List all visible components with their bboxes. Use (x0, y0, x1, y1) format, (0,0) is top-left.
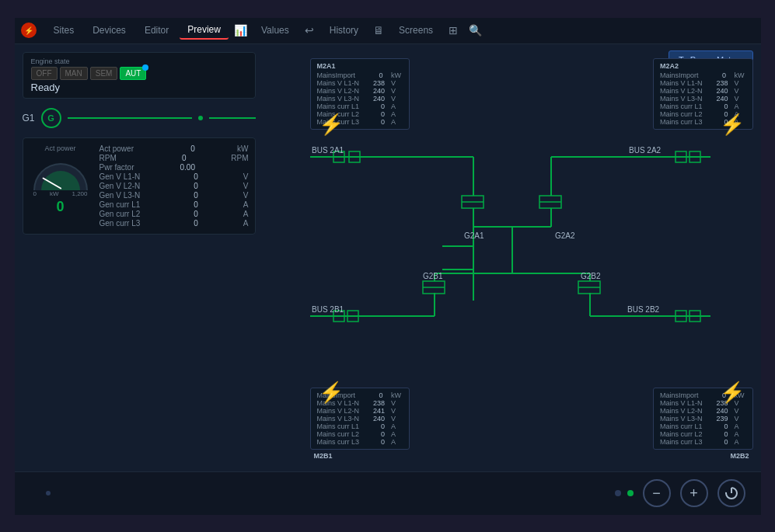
svg-text:G2B2: G2B2 (581, 272, 601, 280)
gen-val-cl2: 0 (167, 210, 198, 218)
meter-m2b2-row5: Mains curr L1 0 A (660, 422, 746, 430)
display-icon[interactable]: ⊞ (444, 21, 463, 40)
meter-m2b2-row4: Mains V L3-N 239 V (660, 415, 746, 422)
meter-m2a2-row4: Mains V L3-N 240 V (660, 95, 746, 103)
svg-text:G2A1: G2A1 (464, 231, 484, 240)
nav-preview[interactable]: Preview (180, 21, 229, 40)
meter-m2b2: MainsImport 0 kW Mains V L1-N 238 V Main… (653, 388, 753, 450)
meter-m2b1-row3: Mains V L2-N 241 V (317, 407, 403, 415)
gen-unit-rpm: RPM (225, 154, 248, 162)
meter-m2b1: MainsImport 0 kW Mains V L1-N 238 V Main… (310, 388, 410, 450)
meter-m2a1-row3: Mains V L2-N 240 V (317, 87, 403, 95)
meter-m2a1-row1: MainsImport 0 kW (317, 71, 403, 79)
gen-label-vl2n: Gen V L2-N (99, 182, 141, 190)
svg-text:G2B1: G2B1 (423, 272, 443, 280)
meter-m2b2-title: M2B2 (730, 452, 749, 460)
meter-m2b2-row6: Mains curr L2 0 A (660, 430, 746, 438)
tower-m2a2-icon: ⚡ (720, 113, 745, 137)
g1-line2 (209, 117, 256, 119)
plus-button[interactable]: + (680, 479, 708, 507)
g1-row: G1 G (23, 105, 256, 131)
nav-editor[interactable]: Editor (137, 22, 176, 39)
power-button[interactable] (717, 479, 745, 507)
meter-m2a2-row1: MainsImport 0 kW (660, 71, 746, 79)
gen-unit-cl1: A (225, 200, 249, 209)
nav-values[interactable]: Values (253, 22, 297, 39)
meter-m2a2-row5: Mains curr L1 0 A (660, 103, 746, 110)
engine-state-box: Engine state OFF MAN SEM AUT Ready (23, 52, 256, 99)
gen-val-rpm: 0 (155, 154, 187, 162)
gen-label-act-power: Act power (99, 144, 134, 153)
gen-row-vl1n: Gen V L1-N 0 V (99, 172, 249, 181)
screens-icon[interactable]: 🖥 (369, 21, 388, 40)
gen-val-cl1: 0 (167, 200, 198, 209)
main-content: Engine state OFF MAN SEM AUT Ready G1 G (15, 44, 761, 471)
btn-off[interactable]: OFF (31, 67, 58, 80)
gen-row-cl2: Gen curr L2 0 A (99, 210, 249, 218)
gen-val-vl3n: 0 (167, 191, 198, 200)
meter-m2b1-row5: Mains curr L1 0 A (317, 422, 403, 430)
history-icon[interactable]: ↩ (300, 21, 319, 40)
gen-unit-act-power: kW (225, 144, 249, 153)
values-icon[interactable]: 📊 (232, 21, 250, 40)
gen-val-cl3: 0 (167, 219, 198, 228)
engine-ready: Ready (31, 82, 247, 93)
gen-label-pwr-factor: Pwr factor (99, 163, 134, 172)
meter-m2a2: M2A2 MainsImport 0 kW Mains V L1-N 238 V… (653, 58, 753, 130)
page-dot-1[interactable] (615, 490, 621, 496)
gauge-max: 1,200 (72, 190, 87, 197)
svg-text:G2A2: G2A2 (555, 231, 575, 240)
gen-unit-cl2: A (225, 210, 249, 218)
generator-panel: Act power 0 kW 1,200 0 Act pow (23, 137, 256, 235)
meter-m2b1-row6: Mains curr L2 0 A (317, 430, 403, 438)
page-dot-2[interactable] (627, 490, 634, 496)
gauge-labels: 0 kW 1,200 (33, 190, 88, 197)
gen-label-cl2: Gen curr L2 (99, 210, 141, 218)
btn-sem[interactable]: SEM (90, 67, 118, 80)
btn-aut[interactable]: AUT (120, 67, 146, 80)
zoom-icon[interactable]: 🔍 (466, 21, 484, 40)
act-power-label: Act power (44, 144, 75, 152)
gen-unit-vl3n: V (225, 191, 249, 200)
gen-val-vl1n: 0 (167, 172, 198, 181)
gen-label-cl1: Gen curr L1 (99, 200, 141, 209)
g1-label: G1 (23, 113, 35, 123)
gen-row-cl3: Gen curr L3 0 A (99, 219, 249, 228)
gen-val-vl2n: 0 (167, 182, 198, 190)
meter-m2a1-row2: Mains V L1-N 238 V (317, 79, 403, 87)
gen-unit-vl1n: V (225, 172, 249, 181)
gen-label-vl1n: Gen V L1-N (99, 172, 141, 181)
tower-m2a1-icon: ⚡ (319, 113, 344, 137)
meter-m2a1-row4: Mains V L3-N 240 V (317, 95, 403, 103)
gen-row-rpm: RPM 0 RPM (99, 154, 249, 162)
gen-unit-vl2n: V (225, 182, 249, 190)
nav-devices[interactable]: Devices (85, 22, 134, 39)
left-panel: Engine state OFF MAN SEM AUT Ready G1 G (15, 44, 264, 471)
gen-data: Act power 0 kW RPM 0 RPM Pwr factor 0.00 (99, 144, 249, 228)
meter-m2a2-row2: Mains V L1-N 238 V (660, 79, 746, 87)
gen-unit-pwr-factor (225, 163, 248, 172)
gauge-min: 0 (33, 190, 37, 197)
gen-row-act-power: Act power 0 kW (99, 144, 249, 153)
tower-m2b1-icon: ⚡ (319, 381, 344, 405)
gen-row-vl2n: Gen V L2-N 0 V (99, 182, 249, 190)
gen-row-cl1: Gen curr L1 0 A (99, 200, 249, 209)
minus-button[interactable]: − (643, 479, 671, 507)
gen-unit-cl3: A (225, 219, 249, 228)
engine-state-label: Engine state (31, 57, 247, 65)
meter-m2a2-title: M2A2 (660, 62, 746, 70)
app-logo (21, 23, 37, 38)
nav-history[interactable]: History (322, 22, 366, 39)
svg-text:BUS 2B2: BUS 2B2 (627, 305, 660, 314)
gen-label-vl3n: Gen V L3-N (99, 191, 141, 200)
diagram-area: To Power Meters (264, 44, 761, 471)
btn-man[interactable]: MAN (60, 67, 88, 80)
nav-screens[interactable]: Screens (391, 22, 441, 39)
nav-sites[interactable]: Sites (46, 22, 82, 39)
engine-state-buttons: OFF MAN SEM AUT (31, 67, 247, 80)
svg-text:BUS 2A2: BUS 2A2 (629, 146, 662, 155)
g1-line (68, 117, 192, 119)
main-window: Sites Devices Editor Preview 📊 Values ↩ … (15, 18, 761, 515)
nav-bar: Sites Devices Editor Preview 📊 Values ↩ … (15, 18, 761, 44)
page-indicators (615, 490, 634, 496)
